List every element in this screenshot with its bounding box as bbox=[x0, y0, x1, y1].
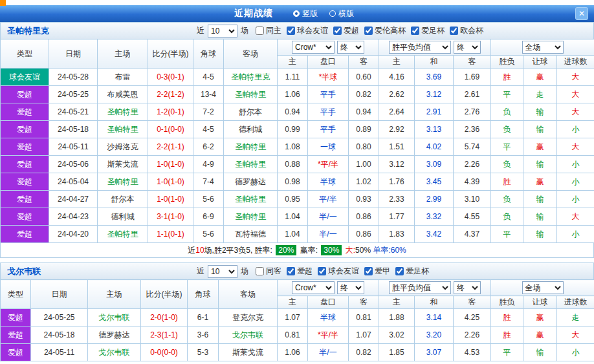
match-result: 负 bbox=[491, 156, 523, 173]
league-filter-checkbox[interactable] bbox=[364, 267, 373, 275]
home-team: 布雷 bbox=[98, 69, 148, 86]
league-filter-checkbox[interactable] bbox=[411, 27, 419, 35]
avg-home-odds: 1.88 bbox=[379, 309, 415, 327]
league-filter-checkbox[interactable] bbox=[287, 267, 295, 275]
handicap-result: 赢 bbox=[523, 309, 557, 327]
corner-score: 4-9 bbox=[193, 156, 224, 173]
recent-results-popup: 近期战绩 竖版 横版 ✕ 圣帕特里克近10场同主球会友谊爱超爱伦高杯爱足杯欧会杯… bbox=[0, 0, 594, 364]
league-filter[interactable]: 爱甲 bbox=[359, 266, 390, 277]
handicap-result: 输 bbox=[523, 156, 557, 173]
away-team: 圣帕特里 bbox=[224, 191, 278, 208]
bookmaker-select[interactable]: Crow* bbox=[292, 281, 335, 294]
avg-away-odds: 4.55 bbox=[454, 208, 491, 226]
avg-final-select[interactable]: 终 bbox=[454, 41, 481, 54]
final-odds-select[interactable]: 终 bbox=[337, 41, 364, 54]
league-filter[interactable]: 球会友谊 bbox=[281, 25, 328, 36]
same-side-filter-checkbox[interactable] bbox=[256, 27, 264, 35]
match-result: 平 bbox=[491, 138, 523, 156]
same-side-filter[interactable]: 同客 bbox=[250, 266, 281, 277]
league-filter-label: 爱超 bbox=[297, 266, 313, 277]
match-result: 负 bbox=[491, 103, 523, 121]
goals-result: 小 bbox=[557, 191, 594, 208]
fullgame-select[interactable]: 全场 bbox=[522, 41, 564, 54]
league-filter-checkbox[interactable] bbox=[395, 267, 404, 275]
league-filter[interactable]: 爱超 bbox=[328, 25, 359, 36]
away-team: 圣帕特里 bbox=[224, 156, 278, 173]
home-odds: 1.04 bbox=[278, 226, 308, 243]
league-filter[interactable]: 爱足杯 bbox=[390, 266, 429, 277]
match-date: 24-05-18 bbox=[31, 327, 88, 344]
home-team: 圣帕特里 bbox=[98, 173, 148, 191]
score: 1-2(0-1) bbox=[148, 103, 193, 121]
sub-col-header: 客 bbox=[349, 56, 379, 69]
avg-away-odds: 1.69 bbox=[454, 69, 491, 86]
match-row: 爱超24-05-11戈尔韦联0-0(0-0)5-3斯莱戈流1.06半/一0.82… bbox=[1, 344, 594, 361]
bookmaker-select[interactable]: Crow* bbox=[292, 41, 335, 54]
home-odds: 0.88 bbox=[278, 156, 308, 173]
home-team: 德利城 bbox=[98, 208, 148, 226]
summary-part: 近 bbox=[188, 245, 195, 256]
home-team: 舒尔本 bbox=[98, 191, 148, 208]
avg-home-odds: 2.62 bbox=[379, 86, 415, 103]
handicap: *平/半 bbox=[308, 156, 349, 173]
home-team: 圣帕特里 bbox=[98, 121, 148, 138]
same-side-filter-checkbox[interactable] bbox=[256, 267, 264, 275]
home-team: 圣帕特里 bbox=[98, 226, 148, 243]
fullgame-select[interactable]: 全场 bbox=[522, 281, 564, 294]
recent-label: 近 bbox=[197, 266, 204, 277]
match-count-select[interactable]: 10 bbox=[208, 265, 237, 278]
match-row: 爱超24-04-20圣帕特里1-1(0-1)5-6瓦特福德1.04半/一0.86… bbox=[1, 226, 594, 243]
avg-home-odds: 2.33 bbox=[379, 191, 415, 208]
match-result: 平 bbox=[491, 226, 523, 243]
league-filter[interactable]: 欧会杯 bbox=[445, 25, 483, 36]
league-filter-checkbox[interactable] bbox=[364, 27, 373, 35]
avg-odds-select[interactable]: 胜平负均值 bbox=[389, 281, 451, 294]
avg-home-odds: 3.02 bbox=[379, 327, 415, 344]
match-date: 24-04-27 bbox=[49, 191, 98, 208]
summary-part: 场,胜2平3负5, 胜率: bbox=[204, 245, 275, 256]
league-filter[interactable]: 爱超 bbox=[281, 266, 313, 277]
sub-col-header: 让球 bbox=[523, 296, 557, 309]
match-count-select[interactable]: 10 bbox=[208, 25, 237, 37]
odds-source-header: Crow*终 bbox=[278, 39, 379, 56]
handicap-result: 输 bbox=[523, 208, 557, 226]
goals-result: 小 bbox=[557, 121, 594, 138]
summary-part: 30% bbox=[321, 245, 342, 255]
goals-result: 小 bbox=[557, 226, 594, 243]
avg-away-odds: 5.74 bbox=[454, 138, 491, 156]
corner-score: 6-1 bbox=[188, 309, 219, 327]
radio-icon bbox=[293, 10, 300, 17]
goals-result: 走 bbox=[557, 309, 594, 327]
league-filter[interactable]: 球会友谊 bbox=[313, 266, 359, 277]
away-team: 戈尔韦联 bbox=[219, 327, 278, 344]
match-row: 爱超24-05-21圣帕特里1-2(0-1)7-2舒尔本0.94平手0.942.… bbox=[1, 103, 594, 121]
corner-score: 4-5 bbox=[193, 121, 224, 138]
close-icon[interactable]: ✕ bbox=[575, 7, 588, 20]
league-filter-checkbox[interactable] bbox=[287, 27, 295, 35]
league-filter[interactable]: 爱足杯 bbox=[406, 25, 445, 36]
final-odds-select[interactable]: 终 bbox=[337, 281, 364, 294]
league-filter[interactable]: 爱伦高杯 bbox=[359, 25, 406, 36]
col-header: 日期 bbox=[31, 280, 88, 309]
same-side-filter[interactable]: 同主 bbox=[250, 25, 281, 36]
sub-col-header: 和 bbox=[415, 296, 454, 309]
section-header: 戈尔韦联近10场同客爱超球会友谊爱甲爱足杯 bbox=[0, 262, 594, 279]
summary-part: 10 bbox=[195, 246, 204, 255]
handicap: 半球 bbox=[308, 309, 349, 327]
league-filter-checkbox[interactable] bbox=[333, 27, 342, 35]
layout-radio-horizontal[interactable]: 横版 bbox=[329, 8, 354, 19]
league-filter-checkbox[interactable] bbox=[318, 267, 326, 275]
col-header: 主场 bbox=[98, 39, 148, 69]
same-side-filter-label: 同主 bbox=[266, 25, 281, 36]
results-table: 类型日期主场比分(半场)角球客场Crow*终胜平负均值终全场主盘口客主和客胜负让… bbox=[0, 279, 594, 361]
score: 2-3(1-1) bbox=[141, 327, 188, 344]
league-filter-checkbox[interactable] bbox=[450, 27, 458, 35]
avg-away-odds: 4.53 bbox=[454, 344, 491, 361]
avg-final-select[interactable]: 终 bbox=[454, 281, 481, 294]
fullgame-header: 全场 bbox=[491, 280, 594, 296]
league-badge: 爱超 bbox=[1, 156, 49, 173]
match-row: 爱超24-05-06斯莱戈流1-0(1-0)4-9圣帕特里0.88*平/半1.0… bbox=[1, 156, 594, 173]
layout-radio-vertical[interactable]: 竖版 bbox=[293, 8, 318, 19]
avg-odds-select[interactable]: 胜平负均值 bbox=[389, 41, 451, 54]
col-header: 角球 bbox=[193, 39, 224, 69]
